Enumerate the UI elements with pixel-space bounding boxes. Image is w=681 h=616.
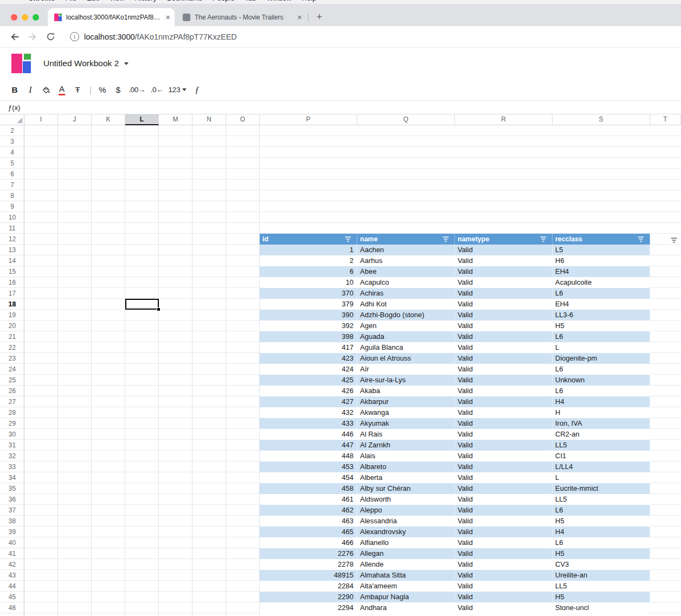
- cell-id[interactable]: 2290: [260, 592, 357, 602]
- cell-id[interactable]: 2278: [260, 559, 357, 570]
- cell-name[interactable]: Al Rais: [357, 429, 455, 440]
- column-header-Q[interactable]: Q: [357, 114, 455, 125]
- cell-recclass[interactable]: CV3: [552, 559, 650, 570]
- cell-nametype[interactable]: Valid: [455, 320, 552, 331]
- cell-nametype[interactable]: Valid: [455, 396, 552, 407]
- toolbar-bold-button[interactable]: B: [9, 85, 20, 95]
- row-header-15[interactable]: 15: [0, 266, 24, 277]
- forward-button[interactable]: [26, 30, 39, 43]
- new-tab-button[interactable]: +: [313, 10, 326, 23]
- cell-name[interactable]: Aguila Blanca: [357, 342, 455, 353]
- cell-nametype[interactable]: Valid: [455, 407, 552, 418]
- cell-name[interactable]: Aleppo: [357, 505, 455, 516]
- cell-recclass[interactable]: Iron, IVA: [552, 418, 650, 429]
- cell-name[interactable]: Alta'ameem: [357, 581, 455, 592]
- row-header-9[interactable]: 9: [0, 201, 24, 212]
- cell-recclass[interactable]: LL3-6: [552, 310, 650, 320]
- cell-recclass[interactable]: L/LL4: [552, 461, 650, 472]
- minimize-window-button[interactable]: [22, 14, 28, 21]
- cell-name[interactable]: Akyumak: [357, 418, 455, 429]
- cell-nametype[interactable]: Valid: [455, 375, 552, 386]
- reload-button[interactable]: [44, 30, 57, 43]
- row-header-16[interactable]: 16: [0, 277, 24, 288]
- cell-id[interactable]: 423: [260, 353, 357, 364]
- row-header-24[interactable]: 24: [0, 364, 24, 375]
- cell-recclass[interactable]: H: [552, 407, 650, 418]
- cell-id[interactable]: 48915: [260, 570, 357, 581]
- cell-id[interactable]: 427: [260, 396, 357, 407]
- toolbar-decrease-decimals-button[interactable]: .0←: [150, 86, 163, 94]
- cell-nametype[interactable]: Valid: [455, 494, 552, 505]
- row-header-6[interactable]: 6: [0, 169, 24, 179]
- cell-name[interactable]: Aioun el Atrouss: [357, 353, 455, 364]
- row-header-12[interactable]: 12: [0, 234, 24, 245]
- cell-name[interactable]: Alexandrovsky: [357, 527, 455, 537]
- cell-id[interactable]: 2: [260, 255, 357, 266]
- tab-localhost[interactable]: localhost:3000/fAKo1nmzPAf8pT77KxzEED ×: [48, 8, 175, 26]
- toolbar-text-color-button[interactable]: A: [56, 84, 67, 95]
- row-header-39[interactable]: 39: [0, 527, 24, 537]
- cell-nametype[interactable]: Valid: [455, 592, 552, 602]
- cell-name[interactable]: Achiras: [357, 288, 455, 299]
- cell-id[interactable]: 425: [260, 375, 357, 386]
- column-header-N[interactable]: N: [192, 114, 226, 125]
- table-header-cell-name[interactable]: name: [357, 234, 455, 245]
- cell-id[interactable]: 433: [260, 418, 357, 429]
- menubar-item-chrome[interactable]: Chrome: [28, 0, 55, 2]
- cell-recclass[interactable]: L: [552, 472, 650, 483]
- row-header-33[interactable]: 33: [0, 461, 24, 472]
- cell-id[interactable]: 2284: [260, 581, 357, 592]
- row-header-40[interactable]: 40: [0, 537, 24, 548]
- close-window-button[interactable]: [11, 14, 17, 21]
- cell-id[interactable]: 466: [260, 537, 357, 548]
- row-header-3[interactable]: 3: [0, 136, 24, 147]
- toolbar-functions-button[interactable]: ƒ: [191, 85, 202, 95]
- menubar-item-edit[interactable]: Edit: [87, 0, 99, 2]
- cell-recclass[interactable]: LL5: [552, 581, 650, 592]
- cell-recclass[interactable]: L6: [552, 386, 650, 396]
- cell-nametype[interactable]: Valid: [455, 516, 552, 527]
- cell-recclass[interactable]: Unknown: [552, 375, 650, 386]
- cell-name[interactable]: Agen: [357, 320, 455, 331]
- cell-id[interactable]: 390: [260, 310, 357, 320]
- formula-input[interactable]: [20, 101, 681, 114]
- row-header-19[interactable]: 19: [0, 310, 24, 320]
- toolbar-currency-format-button[interactable]: $: [113, 85, 124, 94]
- cell-recclass[interactable]: H4: [552, 527, 650, 537]
- cell-name[interactable]: Alfianello: [357, 537, 455, 548]
- menubar-item-bookmarks[interactable]: Bookmarks: [167, 0, 202, 2]
- menubar-item-tab[interactable]: Tab: [245, 0, 256, 2]
- column-header-O[interactable]: O: [226, 114, 260, 125]
- filter-icon[interactable]: [671, 236, 677, 246]
- row-header-13[interactable]: 13: [0, 245, 24, 255]
- cell-recclass[interactable]: H5: [552, 516, 650, 527]
- cell-recclass[interactable]: LL5: [552, 440, 650, 451]
- row-header-23[interactable]: 23: [0, 353, 24, 364]
- cell-nametype[interactable]: Valid: [455, 537, 552, 548]
- filter-icon[interactable]: [540, 236, 547, 242]
- cell-nametype[interactable]: Valid: [455, 386, 552, 396]
- cell-id[interactable]: 392: [260, 320, 357, 331]
- cell-recclass[interactable]: EH4: [552, 266, 650, 277]
- column-header-J[interactable]: J: [58, 114, 92, 125]
- cell-recclass[interactable]: H5: [552, 548, 650, 559]
- cell-recclass[interactable]: H5: [552, 320, 650, 331]
- row-header-30[interactable]: 30: [0, 429, 24, 440]
- menubar-item-file[interactable]: File: [65, 0, 76, 2]
- cell-name[interactable]: Ambapur Nagla: [357, 592, 455, 602]
- cell-recclass[interactable]: Diogenite-pm: [552, 353, 650, 364]
- row-header-22[interactable]: 22: [0, 342, 24, 353]
- cell-nametype[interactable]: Valid: [455, 429, 552, 440]
- cell-recclass[interactable]: H5: [552, 592, 650, 602]
- row-header-37[interactable]: 37: [0, 505, 24, 516]
- toolbar-number-format-button[interactable]: 123: [169, 86, 187, 94]
- cell-nametype[interactable]: Valid: [455, 472, 552, 483]
- cell-id[interactable]: 2276: [260, 548, 357, 559]
- cell-nametype[interactable]: Valid: [455, 353, 552, 364]
- cell-nametype[interactable]: Valid: [455, 527, 552, 537]
- row-header-27[interactable]: 27: [0, 396, 24, 407]
- cell-id[interactable]: 379: [260, 299, 357, 310]
- row-header-4[interactable]: 4: [0, 147, 24, 158]
- cell-id[interactable]: 2294: [260, 602, 357, 613]
- column-header-S[interactable]: S: [552, 114, 650, 125]
